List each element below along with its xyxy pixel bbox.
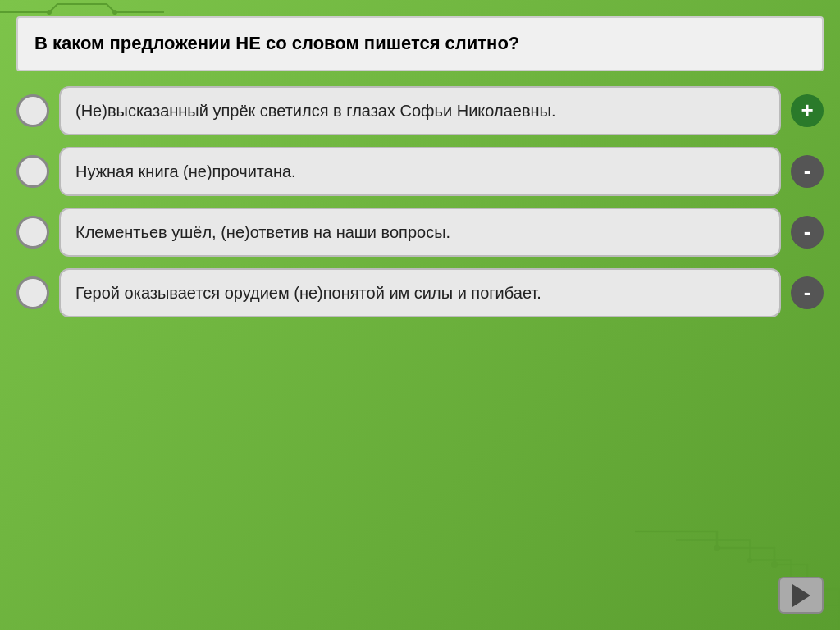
option-text-4: Герой оказывается орудием (не)понятой им… xyxy=(75,281,541,304)
sign-button-2[interactable]: - xyxy=(791,155,824,188)
option-row-4: Герой оказывается орудием (не)понятой им… xyxy=(16,268,824,317)
option-card-2[interactable]: Нужная книга (не)прочитана. xyxy=(59,147,781,196)
radio-option-1[interactable] xyxy=(16,94,49,127)
sign-button-3[interactable]: - xyxy=(791,216,824,249)
svg-point-7 xyxy=(747,558,752,563)
option-text-3: Клементьев ушёл, (не)ответив на наши воп… xyxy=(75,221,450,244)
option-row-3: Клементьев ушёл, (не)ответив на наши воп… xyxy=(16,208,824,257)
radio-option-2[interactable] xyxy=(16,155,49,188)
radio-option-4[interactable] xyxy=(16,276,49,309)
option-text-2: Нужная книга (не)прочитана. xyxy=(75,160,296,183)
question-box: В каком предложении НЕ со словом пишется… xyxy=(16,16,824,71)
svg-point-4 xyxy=(714,545,720,551)
svg-point-1 xyxy=(112,10,117,15)
option-row-1: (Не)высказанный упрёк светился в глазах … xyxy=(16,86,824,135)
sign-button-4[interactable]: - xyxy=(791,276,824,309)
main-container: В каком предложении НЕ со словом пишется… xyxy=(0,0,840,630)
option-card-3[interactable]: Клементьев ушёл, (не)ответив на наши воп… xyxy=(59,208,781,257)
svg-point-3 xyxy=(771,561,778,568)
options-area: (Не)высказанный упрёк светился в глазах … xyxy=(16,86,824,317)
option-card-4[interactable]: Герой оказывается орудием (не)понятой им… xyxy=(59,268,781,317)
option-card-1[interactable]: (Не)высказанный упрёк светился в глазах … xyxy=(59,86,781,135)
svg-point-0 xyxy=(47,10,52,15)
sign-button-1[interactable]: + xyxy=(791,94,824,127)
next-button[interactable] xyxy=(778,577,824,614)
option-text-1: (Не)высказанный упрёк светился в глазах … xyxy=(75,99,556,122)
option-row-2: Нужная книга (не)прочитана. - xyxy=(16,147,824,196)
radio-option-3[interactable] xyxy=(16,216,49,249)
question-text: В каком предложении НЕ со словом пишется… xyxy=(34,33,519,53)
